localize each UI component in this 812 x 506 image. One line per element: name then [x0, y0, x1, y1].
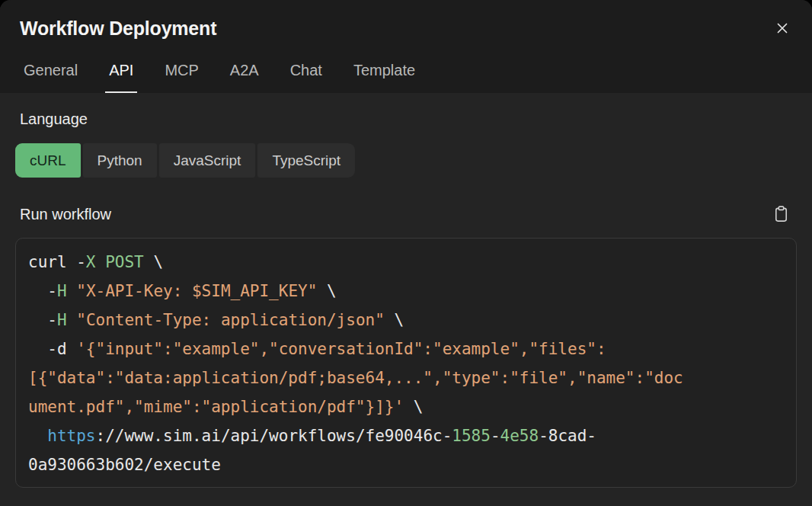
tab-general[interactable]: General: [20, 62, 82, 93]
code-line: https://www.sim.ai/api/workflows/fe90046…: [28, 421, 784, 450]
code-segment: '{"input":"example","conversationId":"ex…: [76, 340, 606, 358]
close-button[interactable]: [772, 18, 792, 38]
code-segment: 4e58: [500, 427, 539, 445]
code-line: -H "X-API-Key: $SIM_API_KEY" \: [28, 277, 784, 306]
code-line: -d '{"input":"example","conversationId":…: [28, 335, 784, 363]
code-segment: H: [57, 311, 67, 329]
tab-bar: GeneralAPIMCPA2AChatTemplate: [20, 62, 794, 93]
code-segment: "X-API-Key: $SIM_API_KEY": [76, 282, 317, 300]
code-line: -H "Content-Type: application/json" \: [28, 306, 784, 335]
run-workflow-label: Run workflow: [20, 205, 111, 223]
code-segment: \: [144, 253, 163, 271]
close-icon: [774, 20, 791, 37]
code-segment: H: [57, 282, 67, 300]
code-segment: "Content-Type: application/json": [76, 311, 385, 329]
tab-api[interactable]: API: [105, 62, 137, 93]
code-segment: curl -: [28, 253, 86, 271]
code-line: [{"data":"data:application/pdf;base64,..…: [28, 363, 784, 392]
code-segment: -: [28, 282, 57, 300]
modal-header: Workflow Deployment GeneralAPIMCPA2AChat…: [0, 0, 812, 93]
code-line: curl -X POST \: [28, 248, 784, 277]
modal-body: Language cURLPythonJavaScriptTypeScript …: [0, 93, 812, 506]
language-javascript[interactable]: JavaScript: [159, 143, 256, 178]
code-segment: [67, 282, 77, 300]
tab-mcp[interactable]: MCP: [161, 62, 202, 93]
tab-a2a[interactable]: A2A: [226, 62, 263, 93]
workflow-deployment-modal: Workflow Deployment GeneralAPIMCPA2AChat…: [0, 0, 812, 506]
language-curl[interactable]: cURL: [15, 143, 81, 178]
copy-button[interactable]: [772, 205, 790, 223]
code-line: 0a930663b602/execute: [28, 450, 784, 479]
modal-title: Workflow Deployment: [20, 17, 216, 40]
code-segment: 1585: [452, 427, 491, 445]
code-segment: [96, 253, 106, 271]
code-segment: ://www.sim.ai/api/workflows/fe90046c-: [96, 427, 452, 445]
code-segment: \: [385, 311, 404, 329]
tab-chat[interactable]: Chat: [286, 62, 326, 93]
code-segment: X: [86, 253, 96, 271]
clipboard-icon: [772, 205, 790, 223]
code-segment: [28, 427, 47, 445]
code-block[interactable]: curl -X POST \ -H "X-API-Key: $SIM_API_K…: [15, 238, 797, 488]
code-segment: [67, 311, 77, 329]
code-segment: -: [28, 311, 57, 329]
tab-template[interactable]: Template: [350, 62, 419, 93]
code-segment: 0a930663b602/execute: [28, 456, 221, 474]
code-segment: POST: [105, 253, 144, 271]
language-label: Language: [20, 110, 797, 128]
code-segment: \: [317, 282, 336, 300]
code-segment: ument.pdf","mime":"application/pdf"}]}': [28, 398, 404, 416]
code-segment: https: [47, 427, 95, 445]
code-segment: -d: [28, 340, 76, 358]
code-segment: -: [491, 427, 500, 445]
code-segment: -8cad-: [539, 427, 596, 445]
language-typescript[interactable]: TypeScript: [257, 143, 355, 178]
language-python[interactable]: Python: [83, 143, 157, 178]
code-line: ument.pdf","mime":"application/pdf"}]}' …: [28, 392, 784, 421]
language-selector: cURLPythonJavaScriptTypeScript: [15, 143, 797, 178]
code-segment: [{"data":"data:application/pdf;base64,..…: [28, 369, 683, 387]
code-segment: \: [404, 398, 423, 416]
